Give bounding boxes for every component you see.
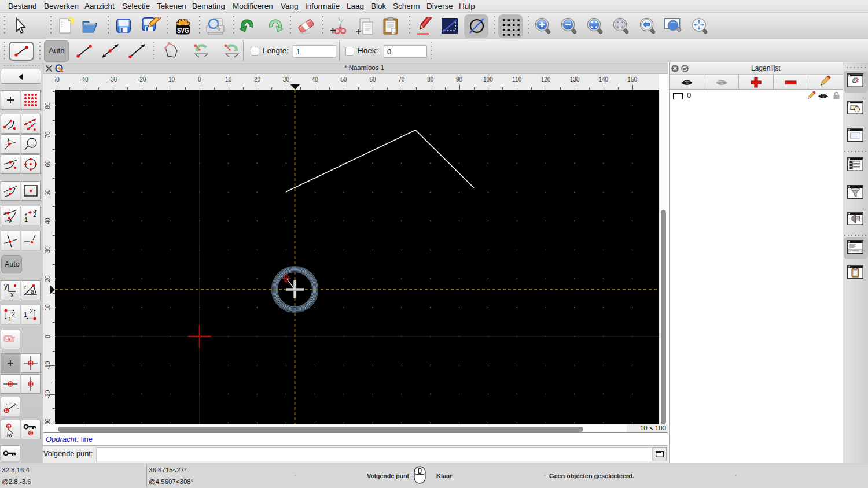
svg-text:2: 2 (12, 310, 15, 317)
svg-text:a: a (31, 288, 35, 295)
svg-text:1: 1 (24, 216, 28, 223)
svg-text:x: x (10, 291, 14, 298)
svg-text:y: y (4, 282, 8, 290)
svg-text:1: 1 (24, 311, 27, 318)
svg-text:2: 2 (30, 308, 33, 315)
svg-text:r: r (24, 283, 27, 290)
svg-text:SVG: SVG (177, 27, 189, 35)
svg-text:2: 2 (33, 211, 36, 218)
